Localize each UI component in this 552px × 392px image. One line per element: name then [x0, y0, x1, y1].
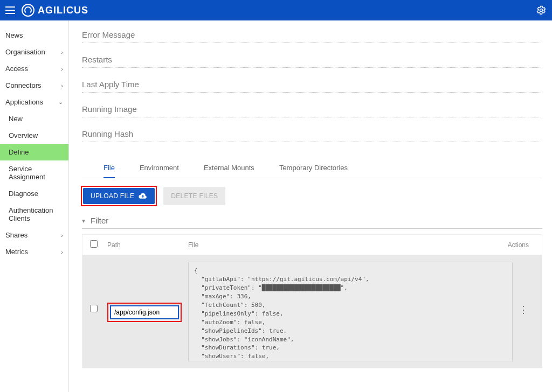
chevron-right-icon: › [61, 49, 63, 55]
header-file: File [188, 241, 496, 249]
brand-logo: AGILICUS [22, 4, 88, 17]
sidebar-item-access[interactable]: Access› [0, 60, 68, 77]
delete-files-button: DELETE FILES [163, 187, 225, 205]
settings-icon[interactable] [536, 5, 547, 16]
sidebar-item-shares[interactable]: Shares› [0, 227, 68, 243]
sidebar-sub-auth-clients[interactable]: Authentication Clients [0, 202, 68, 227]
tab-temp-dirs[interactable]: Temporary Directories [279, 158, 348, 178]
chevron-right-icon: › [61, 249, 63, 255]
label-running-hash: Running Hash [82, 129, 542, 138]
sidebar-item-metrics[interactable]: Metrics› [0, 243, 68, 260]
row-actions-menu[interactable]: ⋮ [519, 305, 528, 314]
chevron-down-icon: ⌄ [58, 99, 63, 106]
chevron-right-icon: › [61, 232, 63, 239]
path-highlight [107, 303, 182, 322]
table-header: Path File Actions [82, 234, 542, 255]
tab-file[interactable]: File [104, 158, 115, 178]
sidebar-sub-overview[interactable]: Overview [0, 127, 68, 144]
chevron-right-icon: › [61, 66, 63, 72]
tab-external-mounts[interactable]: External Mounts [204, 158, 254, 178]
brand-text: AGILICUS [38, 5, 88, 16]
sidebar-item-organisation[interactable]: Organisation› [0, 44, 68, 60]
sidebar-item-applications[interactable]: Applications⌄ [0, 94, 68, 110]
label-restarts: Restarts [82, 55, 542, 64]
row-checkbox[interactable] [90, 305, 98, 312]
label-running-image: Running Image [82, 104, 542, 114]
file-content-box[interactable]: { "gitlabApi": "https://git.agilicus.com… [188, 262, 513, 361]
filter-label: Filter [91, 216, 108, 225]
sidebar-item-news[interactable]: News [0, 27, 68, 44]
header-actions: Actions [496, 241, 534, 249]
menu-icon[interactable] [5, 6, 15, 14]
select-all-checkbox[interactable] [90, 240, 98, 248]
sidebar-sub-define[interactable]: Define [0, 144, 68, 160]
upload-file-button[interactable]: UPLOAD FILE [83, 188, 155, 204]
label-error-message: Error Message [82, 30, 542, 39]
path-input[interactable] [110, 305, 179, 319]
chevron-right-icon: › [61, 82, 63, 89]
svg-point-0 [540, 9, 543, 12]
sidebar-sub-diagnose[interactable]: Diagnose [0, 185, 68, 202]
logo-icon [22, 4, 34, 17]
tabs: File Environment External Mounts Tempora… [82, 158, 542, 178]
sidebar-sub-service-assignment[interactable]: Service Assignment [0, 160, 68, 185]
upload-highlight: UPLOAD FILE [82, 187, 156, 205]
sidebar-sub-new[interactable]: New [0, 110, 68, 127]
tab-environment[interactable]: Environment [140, 158, 179, 178]
header-path: Path [107, 241, 188, 249]
filter-row[interactable]: ▾ Filter [82, 214, 542, 229]
sidebar: News Organisation› Access› Connectors› A… [0, 20, 69, 392]
label-last-apply: Last Apply Time [82, 80, 542, 89]
table-row: { "gitlabApi": "https://git.agilicus.com… [82, 255, 542, 368]
sidebar-item-connectors[interactable]: Connectors› [0, 77, 68, 94]
cloud-upload-icon [139, 193, 147, 199]
filter-icon: ▾ [82, 217, 85, 225]
main-content: Error Message Restarts Last Apply Time R… [69, 20, 552, 392]
